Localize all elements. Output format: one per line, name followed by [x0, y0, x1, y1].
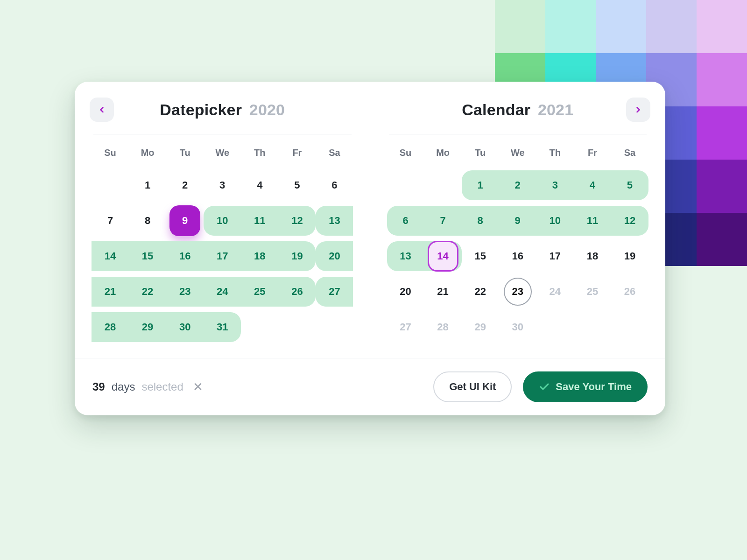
day-cell[interactable]: 18: [241, 241, 278, 271]
day-cell[interactable]: 3: [204, 170, 241, 200]
day-cell: 27: [387, 312, 424, 342]
datepicker-card: Datepicker 2020 SuMoTuWeThFrSa1234567891…: [75, 82, 665, 415]
day-cell: 25: [574, 277, 611, 307]
palette-swatch: [697, 213, 747, 266]
save-button[interactable]: Save Your Time: [523, 371, 648, 402]
day-cell[interactable]: 17: [536, 241, 574, 271]
day-cell[interactable]: 22: [462, 277, 499, 307]
save-label: Save Your Time: [556, 381, 632, 393]
day-cell[interactable]: 8: [129, 206, 166, 236]
prev-month-button[interactable]: [90, 98, 114, 122]
day-cell[interactable]: 16: [499, 241, 536, 271]
day-cell[interactable]: 17: [204, 241, 241, 271]
day-cell[interactable]: 29: [129, 312, 166, 342]
count-selected-word: selected: [141, 380, 183, 393]
count-days-word: days: [112, 380, 135, 393]
day-cell[interactable]: 4: [241, 170, 278, 200]
day-cell[interactable]: 14: [424, 241, 462, 271]
day-cell[interactable]: 1: [462, 170, 499, 200]
day-cell[interactable]: 6: [316, 170, 353, 200]
day-cell: 30: [499, 312, 536, 342]
day-cell[interactable]: 25: [241, 277, 278, 307]
range-end-marker: 14: [428, 241, 458, 272]
day-cell[interactable]: 9: [499, 206, 536, 236]
day-cell: 29: [462, 312, 499, 342]
get-ui-kit-label: Get UI Kit: [449, 381, 496, 393]
day-cell[interactable]: 5: [611, 170, 648, 200]
weekday-label: Th: [241, 145, 278, 165]
day-cell[interactable]: 7: [424, 206, 462, 236]
day-cell[interactable]: 23: [499, 277, 536, 307]
day-cell: 28: [424, 312, 462, 342]
day-cell[interactable]: 7: [92, 206, 129, 236]
chevron-left-icon: [97, 105, 106, 114]
weekday-label: Sa: [316, 145, 353, 165]
day-cell[interactable]: 15: [129, 241, 166, 271]
day-cell[interactable]: 22: [129, 277, 166, 307]
day-cell[interactable]: 4: [574, 170, 611, 200]
day-cell[interactable]: 14: [92, 241, 129, 271]
day-cell[interactable]: 11: [241, 206, 278, 236]
footer: 39 days selected ✕ Get UI Kit Save Your …: [75, 358, 665, 415]
left-title-text: Datepicker: [160, 101, 242, 119]
palette-swatch: [495, 0, 545, 53]
check-icon: [539, 381, 550, 392]
day-cell[interactable]: 13: [387, 241, 424, 271]
day-cell[interactable]: 30: [166, 312, 204, 342]
count-number: 39: [92, 380, 105, 393]
day-cell[interactable]: 12: [278, 206, 316, 236]
day-cell[interactable]: 21: [92, 277, 129, 307]
day-cell[interactable]: 12: [611, 206, 648, 236]
weekday-label: Su: [387, 145, 424, 165]
empty-cell: [92, 170, 129, 200]
day-cell[interactable]: 24: [204, 277, 241, 307]
day-cell[interactable]: 6: [387, 206, 424, 236]
left-panel: Datepicker 2020 SuMoTuWeThFrSa1234567891…: [75, 82, 370, 358]
day-cell[interactable]: 16: [166, 241, 204, 271]
right-title-text: Calendar: [462, 101, 530, 119]
day-cell[interactable]: 28: [92, 312, 129, 342]
right-grid: SuMoTuWeThFrSa12345678910111213141516171…: [385, 145, 651, 342]
weekday-label: Fr: [574, 145, 611, 165]
weekday-label: We: [204, 145, 241, 165]
empty-cell: [424, 170, 462, 200]
day-cell[interactable]: 8: [462, 206, 499, 236]
day-cell[interactable]: 13: [316, 206, 353, 236]
weekday-label: Th: [536, 145, 574, 165]
weekday-label: Tu: [166, 145, 204, 165]
weekday-label: Sa: [611, 145, 648, 165]
day-cell[interactable]: 19: [611, 241, 648, 271]
day-cell[interactable]: 15: [462, 241, 499, 271]
day-cell[interactable]: 2: [166, 170, 204, 200]
day-cell[interactable]: 2: [499, 170, 536, 200]
weekday-label: Tu: [462, 145, 499, 165]
day-cell[interactable]: 18: [574, 241, 611, 271]
weekday-label: We: [499, 145, 536, 165]
day-cell[interactable]: 10: [204, 206, 241, 236]
day-cell[interactable]: 21: [424, 277, 462, 307]
palette-swatch: [697, 53, 747, 106]
palette-swatch: [596, 0, 646, 53]
day-cell[interactable]: 26: [278, 277, 316, 307]
day-cell[interactable]: 27: [316, 277, 353, 307]
weekday-label: Mo: [424, 145, 462, 165]
day-cell[interactable]: 19: [278, 241, 316, 271]
day-cell[interactable]: 1: [129, 170, 166, 200]
next-month-button[interactable]: [626, 98, 650, 122]
palette-swatch: [545, 0, 596, 53]
day-cell: 24: [536, 277, 574, 307]
day-cell[interactable]: 10: [536, 206, 574, 236]
day-cell[interactable]: 20: [387, 277, 424, 307]
day-cell[interactable]: 5: [278, 170, 316, 200]
clear-selection-button[interactable]: ✕: [193, 380, 203, 394]
day-cell[interactable]: 9: [166, 206, 204, 236]
day-cell[interactable]: 23: [166, 277, 204, 307]
empty-cell: [387, 170, 424, 200]
day-cell[interactable]: 31: [204, 312, 241, 342]
selection-count: 39 days selected ✕: [92, 380, 203, 394]
day-cell[interactable]: 20: [316, 241, 353, 271]
get-ui-kit-button[interactable]: Get UI Kit: [433, 371, 512, 402]
day-cell[interactable]: 11: [574, 206, 611, 236]
day-cell[interactable]: 3: [536, 170, 574, 200]
palette-swatch: [697, 160, 747, 213]
